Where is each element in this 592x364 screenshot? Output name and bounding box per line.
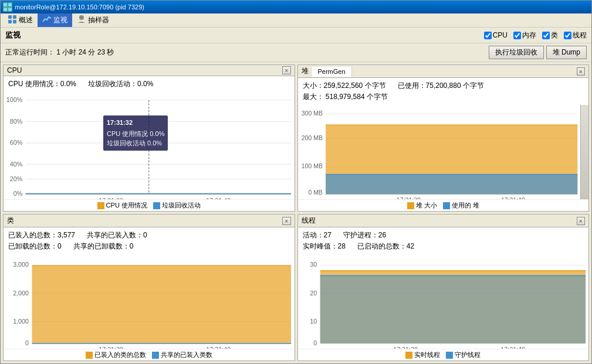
statusbar: 正常运行时间： 1 小时 24 分 23 秒 执行垃圾回收 堆 Dump: [1, 43, 591, 62]
overview-icon: [8, 15, 17, 26]
classes-shared-unloaded-label: 共享的已卸载数：: [73, 242, 130, 250]
legend-gc-label: 垃圾回收活动: [162, 201, 201, 210]
heap-used-value: 75,200,880 个字节: [426, 81, 484, 90]
cpu-checkbox[interactable]: [484, 32, 492, 39]
thread-checkbox[interactable]: [564, 32, 571, 39]
svg-text:0 MB: 0 MB: [308, 189, 323, 196]
svg-text:2,000: 2,000: [13, 290, 29, 297]
threads-started-label: 已启动的总数：: [357, 242, 407, 250]
uptime-container: 正常运行时间： 1 小时 24 分 23 秒: [5, 47, 114, 57]
cpu-usage-label: CPU 使用情况：: [8, 80, 60, 88]
cpu-panel-title: CPU: [7, 66, 22, 74]
class-checkbox-label: 类: [551, 30, 558, 40]
legend-classes-loaded-label: 已装入的类的总数: [94, 351, 146, 359]
cpu-panel: CPU × CPU 使用情况：0.0% 垃圾回收活动：0.0% 100% 80%…: [3, 64, 295, 212]
svg-text:80%: 80%: [10, 118, 23, 125]
svg-point-8: [79, 15, 84, 20]
cpu-checkbox-item[interactable]: CPU: [484, 31, 508, 39]
svg-text:0%: 0%: [13, 190, 23, 197]
legend-live-threads-color: [405, 352, 412, 359]
cpu-legend: CPU 使用情况 垃圾回收活动: [4, 199, 295, 211]
menu-monitor-label: 监视: [53, 15, 67, 25]
svg-text:20%: 20%: [10, 175, 23, 182]
classes-stats: 已装入的总数：3,577 共享的已装入数：0 已卸载的总数：0 共享的已卸载数：…: [4, 227, 295, 254]
svg-marker-58: [320, 276, 585, 344]
gc-button[interactable]: 执行垃圾回收: [489, 46, 544, 59]
main-window: monitorRole@172.19.10.150:7090 (pid 7329…: [0, 0, 592, 364]
menu-overview[interactable]: 概述: [3, 13, 38, 27]
legend-daemon-threads-label: 守护线程: [455, 351, 481, 359]
cpu-gc-label: 垃圾回收活动：: [88, 80, 137, 88]
menu-sampler-label: 抽样器: [88, 15, 109, 25]
svg-rect-4: [8, 15, 12, 19]
svg-text:1,000: 1,000: [13, 318, 29, 325]
legend-daemon-threads-color: [446, 352, 453, 359]
svg-text:20: 20: [310, 290, 317, 297]
app-icon: [3, 2, 12, 12]
threads-started-value: 42: [407, 242, 414, 250]
threads-peak-value: 28: [338, 242, 346, 250]
svg-rect-0: [4, 3, 7, 6]
titlebar-text: monitorRole@172.19.10.150:7090 (pid 7329…: [15, 4, 144, 11]
classes-panel-close[interactable]: ×: [282, 217, 290, 225]
legend-classes-loaded-color: [86, 352, 93, 359]
menubar: 概述 监视 抽样器: [1, 13, 591, 28]
legend-gc-activity: 垃圾回收活动: [153, 201, 201, 210]
cpu-panel-close[interactable]: ×: [282, 66, 290, 74]
legend-heap-size-color: [407, 202, 414, 209]
heap-panel-title: 堆: [302, 66, 309, 76]
classes-loaded-label: 已装入的总数：: [8, 231, 57, 239]
legend-classes-shared-label: 共享的已装入类数: [161, 351, 212, 359]
threads-panel-close[interactable]: ×: [577, 217, 585, 225]
classes-unloaded-label: 已卸载的总数：: [8, 242, 57, 250]
threads-legend: 实时线程 守护线程: [298, 349, 589, 360]
menu-overview-label: 概述: [19, 15, 33, 25]
permgen-tab[interactable]: PermGen: [312, 67, 352, 77]
heap-used-label: 已使用：: [398, 81, 426, 90]
svg-rect-1: [8, 3, 12, 6]
menu-sampler[interactable]: 抽样器: [72, 13, 114, 27]
classes-chart: 3,000 2,000 1,000 0 17:31:30 17:31:40: [4, 254, 295, 349]
classes-panel-title: 类: [7, 216, 14, 226]
svg-text:100 MB: 100 MB: [301, 164, 322, 170]
memory-checkbox-item[interactable]: 内存: [513, 30, 536, 40]
class-checkbox-item[interactable]: 类: [542, 30, 558, 40]
svg-rect-2: [4, 8, 7, 11]
memory-checkbox[interactable]: [513, 32, 521, 39]
threads-peak-label: 实时峰值：: [303, 242, 338, 250]
thread-checkbox-item[interactable]: 线程: [564, 30, 587, 40]
cpu-chart-area: 100% 80% 60% 40% 20% 0% 17:31:30 17:31:4…: [4, 92, 295, 199]
classes-unloaded-value: 0: [57, 242, 62, 250]
svg-rect-7: [13, 20, 16, 23]
svg-text:17:31:40: 17:31:40: [500, 346, 525, 349]
classes-chart-area: 3,000 2,000 1,000 0 17:31:30 17:31:40: [4, 254, 295, 349]
svg-text:17:31:30: 17:31:30: [99, 196, 123, 199]
monitor-icon: [42, 15, 52, 26]
heap-legend: 堆 大小 使用的 堆: [298, 199, 589, 211]
legend-classes-loaded: 已装入的类的总数: [86, 351, 146, 359]
classes-panel: 类 × 已装入的总数：3,577 共享的已装入数：0 已卸载的总数：0 共享的已…: [3, 214, 295, 361]
menu-monitor[interactable]: 监视: [38, 13, 72, 27]
cpu-usage-value: 0.0%: [60, 80, 76, 88]
legend-classes-shared: 共享的已装入类数: [152, 351, 212, 359]
threads-chart-area: 30 20 10 0 17:31:30 17:31:40: [298, 254, 589, 349]
svg-rect-5: [13, 15, 16, 19]
threads-panel-header: 线程 ×: [298, 215, 589, 227]
heap-dump-button[interactable]: 堆 Dump: [546, 46, 587, 59]
heap-panel: 堆 PermGen × 大小：259,522,560 个字节 已使用：75,20…: [297, 64, 590, 212]
heap-scrollbar[interactable]: [580, 105, 588, 199]
classes-panel-header: 类 ×: [4, 215, 295, 227]
threads-panel: 线程 × 活动：27 守护进程：26 实时峰值：28 已启动的总数：42 30 …: [297, 214, 590, 361]
class-checkbox[interactable]: [542, 32, 550, 39]
heap-chart-area: 300 MB 200 MB 100 MB 0 MB 17:31:30 17:31…: [298, 105, 589, 199]
titlebar: monitorRole@172.19.10.150:7090 (pid 7329…: [1, 1, 591, 13]
classes-shared-unloaded-value: 0: [130, 242, 134, 250]
heap-panel-close[interactable]: ×: [577, 67, 585, 76]
classes-shared-loaded-label: 共享的已装入数：: [87, 231, 143, 239]
heap-size-label: 大小：: [303, 81, 324, 90]
heap-size-value: 259,522,560 个字节: [324, 81, 386, 90]
svg-text:30: 30: [310, 261, 317, 268]
classes-loaded-value: 3,577: [57, 231, 75, 239]
svg-rect-3: [8, 8, 12, 11]
svg-text:17:31:30: 17:31:30: [99, 346, 123, 349]
